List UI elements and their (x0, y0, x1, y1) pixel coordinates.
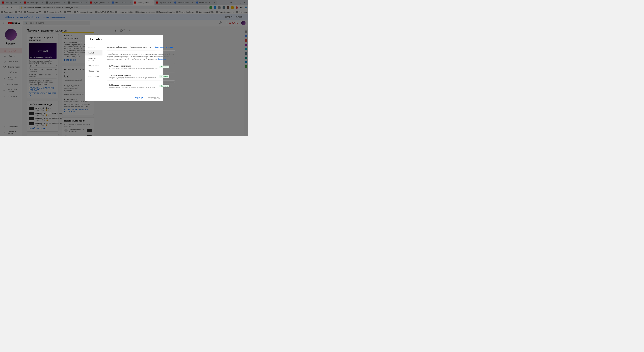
modal-nav-item[interactable]: Загрузка видео (85, 55, 103, 63)
modal-nav-item[interactable]: Общие (85, 45, 103, 50)
status-badge: Включены (160, 85, 170, 87)
modal-title: Настройки (85, 35, 163, 44)
feature-row[interactable]: 2. Расширенные функцииЗагрузка видео про… (107, 73, 175, 80)
feature-row[interactable]: 3. Продвинутые функцииВозможность загруж… (107, 82, 175, 90)
modal-nav-item[interactable]: Сообщество (85, 68, 103, 74)
modal-tab[interactable]: Расширенные настройки (130, 44, 151, 50)
modal-overlay: Настройки ОбщиеКаналЗагрузка видеоРазреш… (0, 0, 248, 136)
chevron-down-icon[interactable]: ⌄ (171, 66, 172, 68)
modal-tab[interactable]: Основная информация (107, 44, 126, 50)
status-badge: Включены (160, 65, 170, 68)
settings-modal: Настройки ОбщиеКаналЗагрузка видеоРазреш… (85, 35, 163, 101)
modal-nav-item[interactable]: Канал (85, 50, 103, 55)
feature-row[interactable]: 1. Стандартные функцииЗагрузка видео, со… (107, 63, 175, 71)
modal-nav-item[interactable]: Соглашения (85, 74, 103, 79)
chevron-down-icon[interactable]: ⌄ (171, 85, 172, 87)
chevron-down-icon[interactable]: ⌄ (171, 75, 172, 78)
save-button[interactable]: СОХРАНИТЬ (148, 97, 160, 99)
close-button[interactable]: ЗАКРЫТЬ (135, 97, 144, 99)
status-badge: Включены (160, 75, 170, 78)
modal-nav-item[interactable]: Разрешения (85, 63, 103, 68)
learn-more-link[interactable]: Подробнее… (158, 58, 168, 60)
modal-tab[interactable]: Доступность функций (155, 44, 173, 50)
